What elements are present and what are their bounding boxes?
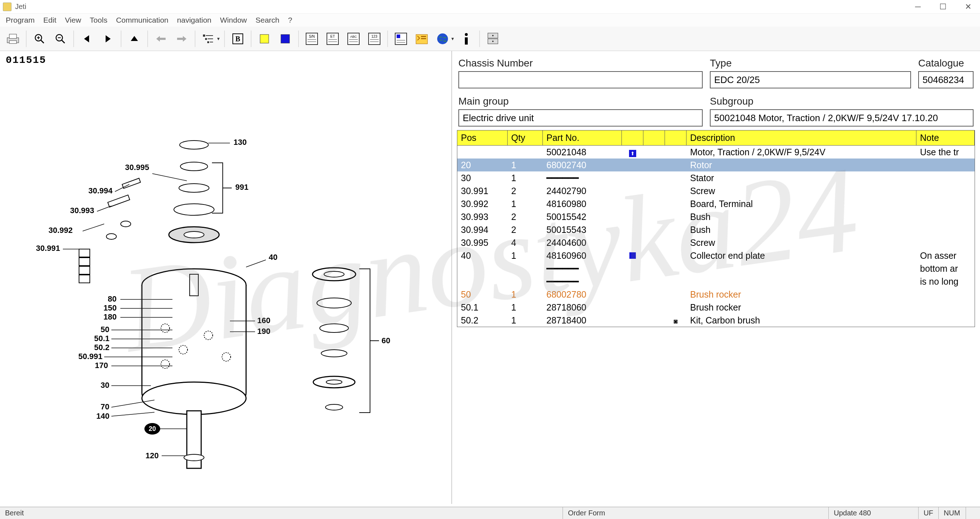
parts-table: Pos Qty Part No. Description Note 500210…: [452, 130, 980, 504]
svg-line-93: [83, 224, 104, 231]
table-row[interactable]: 30.995424404600Screw: [457, 236, 975, 249]
nav-back-button[interactable]: [78, 29, 96, 48]
exploded-diagram[interactable]: 20: [0, 69, 452, 494]
menu-navigation[interactable]: navigation: [177, 16, 212, 24]
bold-button[interactable]: B: [229, 29, 247, 48]
svg-point-72: [317, 298, 352, 308]
header-icon1[interactable]: [622, 131, 643, 145]
header-note[interactable]: Note: [916, 131, 975, 145]
svg-text:30.994: 30.994: [88, 186, 113, 195]
menu-tools[interactable]: Tools: [90, 16, 107, 24]
globe-dropdown[interactable]: ▼: [433, 29, 455, 48]
minimize-button[interactable]: ─: [909, 2, 927, 12]
table-row[interactable]: 30.993250015542Bush: [457, 210, 975, 223]
table-row[interactable]: 50021048⬆Motor, Traction / 2,0KW/F 9,5/2…: [457, 146, 975, 159]
info-fields: Chassis Number Type EDC 20/25 Catalogue …: [452, 51, 980, 130]
menu-view[interactable]: View: [65, 16, 81, 24]
svg-line-92: [97, 206, 111, 211]
table-row[interactable]: 40148160960Collector end plateOn asser: [457, 249, 975, 262]
history-back-button[interactable]: [151, 29, 170, 48]
svg-line-4: [41, 40, 44, 43]
nav-up-button[interactable]: [125, 29, 144, 48]
header-icon3[interactable]: [665, 131, 687, 145]
table-row[interactable]: 30.992148160980Board, Terminal: [457, 197, 975, 210]
window-controls: ─ ☐ ✕: [909, 2, 977, 12]
svg-text:B: B: [235, 35, 240, 43]
archive-button[interactable]: [484, 29, 502, 48]
svg-text:30.991: 30.991: [36, 244, 60, 253]
chassis-input[interactable]: [458, 71, 703, 88]
svg-text:150: 150: [103, 303, 117, 312]
svg-point-86: [184, 454, 204, 461]
svg-marker-12: [131, 36, 138, 41]
svg-point-69: [184, 231, 204, 238]
picture-button[interactable]: [391, 29, 410, 48]
et-button[interactable]: ET: [323, 29, 342, 48]
svg-point-85: [107, 234, 116, 239]
table-row[interactable]: 30.991224402790Screw: [457, 185, 975, 197]
table-row[interactable]: ━━━━━━is no long: [457, 275, 975, 288]
svg-text:120: 120: [145, 451, 159, 460]
table-row[interactable]: 20168002740Rotor: [457, 159, 975, 172]
header-pos[interactable]: Pos: [457, 131, 508, 145]
catalogue-input[interactable]: 50468234: [918, 71, 974, 88]
maximize-button[interactable]: ☐: [934, 2, 952, 12]
svg-text:20: 20: [149, 425, 156, 432]
svg-marker-13: [156, 36, 165, 42]
menu-communication[interactable]: Communication: [116, 16, 169, 24]
status-empty: [966, 507, 980, 519]
catalogue-label: Catalogue: [918, 57, 974, 69]
parts-table-body: 50021048⬆Motor, Traction / 2,0KW/F 9,5/2…: [457, 146, 975, 327]
header-partno[interactable]: Part No.: [543, 131, 622, 145]
svg-text:190: 190: [257, 327, 270, 336]
svg-text:50.2: 50.2: [94, 343, 110, 352]
svg-text:170: 170: [95, 361, 108, 370]
svg-rect-15: [203, 35, 205, 37]
svg-point-66: [179, 184, 209, 192]
svg-text:50: 50: [100, 325, 109, 334]
table-row[interactable]: ━━━━━━bottom ar: [457, 262, 975, 275]
close-button[interactable]: ✕: [959, 2, 977, 12]
maingroup-input[interactable]: Electric drive unit: [458, 109, 703, 126]
header-desc[interactable]: Description: [687, 131, 916, 145]
menu-search[interactable]: Search: [255, 16, 280, 24]
123-button[interactable]: 123: [365, 29, 383, 48]
status-update: Update 480: [829, 507, 918, 519]
history-forward-button[interactable]: [172, 29, 191, 48]
table-row[interactable]: 301━━━━━━Stator: [457, 172, 975, 185]
parts-table-header: Pos Qty Part No. Description Note: [457, 130, 975, 146]
table-row[interactable]: 30.994250015543Bush: [457, 223, 975, 236]
menu-edit[interactable]: Edit: [43, 16, 56, 24]
zoom-in-button[interactable]: [30, 29, 49, 48]
print-button[interactable]: [3, 29, 22, 48]
zoom-out-button[interactable]: [51, 29, 70, 48]
table-row[interactable]: 50.2128718400◙Kit, Carbon brush: [457, 314, 975, 327]
order-button[interactable]: [412, 29, 431, 48]
svg-point-67: [174, 204, 214, 215]
info-button[interactable]: [457, 29, 476, 48]
svg-text:ET: ET: [331, 35, 335, 38]
color-yellow-button[interactable]: [255, 29, 274, 48]
header-qty[interactable]: Qty: [508, 131, 543, 145]
abc-button[interactable]: ABC: [344, 29, 363, 48]
header-icon2[interactable]: [643, 131, 665, 145]
sn-button[interactable]: S/N: [302, 29, 321, 48]
subgroup-input[interactable]: 50021048 Motor, Traction / 2,0KW/F 9,5/2…: [710, 109, 974, 126]
svg-line-106: [111, 412, 154, 416]
type-input[interactable]: EDC 20/25: [710, 71, 911, 88]
table-row[interactable]: 50.1128718060Brush rocker: [457, 301, 975, 314]
tree-dropdown[interactable]: ▼: [199, 29, 221, 48]
svg-line-90: [152, 174, 187, 181]
menu-help[interactable]: ?: [288, 16, 293, 24]
menu-program[interactable]: Program: [6, 16, 35, 24]
svg-point-74: [321, 350, 347, 357]
status-orderform[interactable]: Order Form: [563, 507, 829, 519]
nav-forward-button[interactable]: [99, 29, 117, 48]
menu-window[interactable]: Window: [220, 16, 247, 24]
table-row[interactable]: 50168002780Brush rocker: [457, 288, 975, 301]
svg-text:40: 40: [269, 253, 277, 262]
color-blue-button[interactable]: [276, 29, 294, 48]
svg-rect-50: [465, 37, 468, 45]
svg-point-73: [320, 324, 348, 333]
svg-marker-14: [177, 36, 186, 42]
